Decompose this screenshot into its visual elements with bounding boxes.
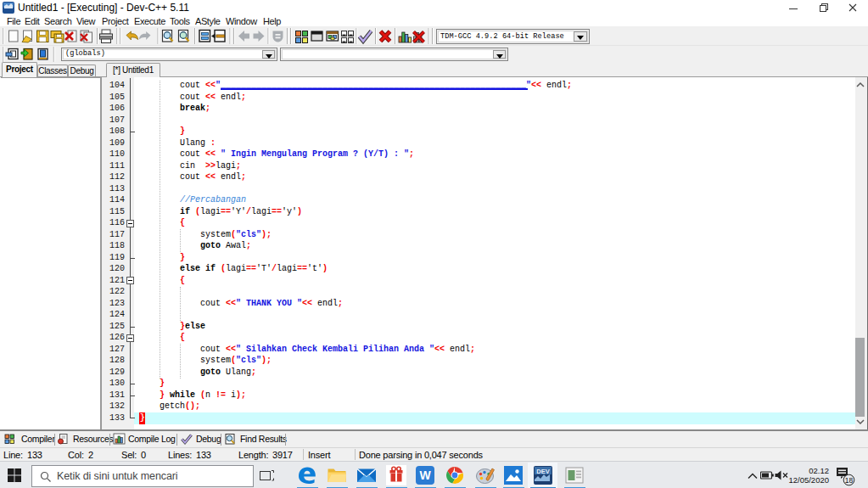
svg-text:W: W (419, 468, 431, 482)
svg-text:DEV: DEV (536, 468, 549, 475)
svg-text:18: 18 (845, 476, 854, 485)
